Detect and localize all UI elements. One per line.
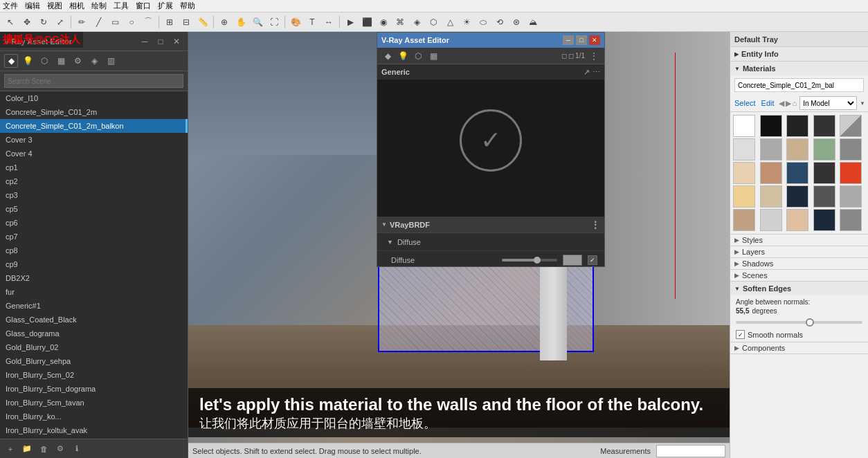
material-thumbnail-11[interactable] [760, 162, 782, 184]
material-thumbnail-16[interactable] [760, 185, 782, 208]
material-list-item[interactable]: Color_l10 [0, 91, 188, 105]
menu-bang[interactable]: 帮助 [180, 1, 195, 11]
toolbar-text[interactable]: T [305, 15, 320, 30]
menu-shi[interactable]: 视图 [47, 1, 62, 11]
vrdf-menu-icon[interactable]: ⋮ [590, 219, 600, 230]
material-thumbnail-13[interactable] [813, 162, 835, 184]
toolbar-push[interactable]: ⊞ [162, 15, 177, 30]
layers-label[interactable]: Layers [742, 248, 864, 256]
toolbar-line[interactable]: ╱ [91, 15, 106, 30]
toolbar-measure[interactable]: 📏 [195, 15, 210, 30]
material-list-item[interactable]: cp6 [0, 216, 188, 230]
material-thumbnail-3[interactable] [813, 115, 835, 137]
delete-icon[interactable]: 🗑 [37, 443, 50, 455]
toolbar-vray10[interactable]: ⟲ [492, 15, 507, 30]
diffuse-slider[interactable] [502, 259, 557, 262]
material-thumbnail-17[interactable] [786, 185, 808, 208]
toolbar-scale[interactable]: ⤢ [53, 15, 68, 30]
toolbar-vray12[interactable]: ⛰ [525, 15, 541, 30]
material-thumbnail-15[interactable] [733, 185, 755, 208]
folder-icon[interactable]: 📁 [21, 443, 33, 455]
material-thumbnail-14[interactable] [840, 162, 862, 184]
diffuse-slider-thumb[interactable] [534, 257, 541, 264]
toolbar-move[interactable]: ✥ [19, 15, 35, 30]
toolbar-paint[interactable]: 🎨 [288, 15, 303, 30]
material-list-item[interactable]: Iron_Blurry_5cm_dograma [0, 382, 188, 396]
select-btn[interactable]: Select [733, 99, 757, 107]
vrdf-section-header[interactable]: ▼ VRayBRDF ⋮ [377, 217, 604, 233]
material-thumbnail-12[interactable] [786, 162, 808, 184]
material-thumbnail-6[interactable] [760, 138, 782, 161]
entity-info-header[interactable]: ▶ Entity Info [730, 47, 868, 61]
material-list-item[interactable]: cp9 [0, 257, 188, 271]
toolbar-vray3[interactable]: ◉ [376, 15, 391, 30]
menu-wen[interactable]: 文件 [3, 1, 18, 11]
close-icon[interactable]: ✕ [170, 35, 183, 48]
preview-tb-expand[interactable]: ↗ [584, 68, 590, 77]
geometry-icon[interactable]: ⬡ [37, 54, 51, 68]
measurements-input[interactable] [656, 445, 725, 457]
components-label[interactable]: Components [742, 344, 864, 352]
material-thumbnail-8[interactable] [813, 138, 835, 161]
diffuse-color-swatch[interactable] [563, 255, 582, 266]
material-thumbnail-7[interactable] [786, 138, 808, 161]
toolbar-vray2[interactable]: ⬛ [359, 15, 374, 30]
material-list-item[interactable]: cp1 [0, 161, 188, 174]
menu-hui[interactable]: 绘制 [91, 1, 107, 11]
vray-tb-icon2[interactable]: 💡 [397, 50, 409, 62]
settings-gear-icon[interactable]: ⚙ [71, 54, 84, 68]
vray-tb-icon5[interactable]: ◻ [561, 52, 567, 59]
vray-tb-icon3[interactable]: ⬡ [412, 50, 424, 62]
material-list-item[interactable]: Concrete_Simple_C01_2m_balkon [0, 119, 188, 133]
material-search-input[interactable] [734, 78, 864, 92]
materials-icon[interactable]: ◆ [4, 54, 18, 68]
material-list-item[interactable]: Glass_Coated_Black [0, 313, 188, 327]
soften-edges-header[interactable]: ▼ Soften Edges [730, 282, 868, 295]
material-list-item[interactable]: Generic#1 [0, 299, 188, 313]
vray-tb-icon1[interactable]: ◆ [381, 50, 394, 62]
menu-xiang[interactable]: 相机 [69, 1, 84, 11]
material-list-item[interactable]: DB2X2 [0, 271, 188, 285]
settings-icon[interactable]: ⚙ [54, 443, 66, 455]
material-thumbnail-0[interactable] [733, 115, 755, 137]
search-input[interactable] [4, 74, 183, 88]
render-icon[interactable]: ▦ [54, 54, 68, 68]
vray-close-btn[interactable]: ✕ [589, 35, 600, 45]
scenes-label[interactable]: Scenes [742, 271, 864, 280]
material-thumbnail-9[interactable] [840, 138, 862, 161]
menu-bian[interactable]: 编辑 [25, 1, 40, 11]
toolbar-dim[interactable]: ↔ [321, 15, 336, 30]
material-thumbnail-5[interactable] [733, 138, 755, 161]
material-list-item[interactable]: fur [0, 285, 188, 299]
diffuse-checkbox[interactable]: ✓ [588, 255, 597, 265]
diffuse-section-row[interactable]: ▼ Diffuse [377, 233, 604, 251]
material-thumbnail-1[interactable] [760, 115, 782, 137]
material-thumbnail-4[interactable] [840, 115, 862, 137]
material-thumbnail-22[interactable] [786, 209, 808, 231]
material-list-item[interactable]: cp2 [0, 174, 188, 188]
preview-tb-collapse[interactable]: ⋯ [593, 68, 600, 77]
material-list-item[interactable]: Iron_Blurry_5cm_tavan [0, 396, 188, 410]
toolbar-rect[interactable]: ▭ [107, 15, 123, 30]
toolbar-pan[interactable]: ✋ [233, 15, 248, 30]
vray-tb-more[interactable]: ⋮ [588, 50, 600, 62]
toolbar-rotate[interactable]: ↻ [36, 15, 51, 30]
material-list-item[interactable]: Cover 4 [0, 147, 188, 161]
toolbar-circle[interactable]: ○ [124, 15, 139, 30]
toolbar-arc[interactable]: ⌒ [141, 15, 156, 30]
toolbar-pencil[interactable]: ✏ [74, 15, 89, 30]
vray-tb-icon6[interactable]: ◻ [568, 52, 574, 59]
material-list-item[interactable]: Iron_Blurry_koltuk_avak [0, 423, 188, 437]
light-icon[interactable]: 💡 [21, 54, 35, 68]
nav-left-icon[interactable]: ◀ [779, 99, 784, 108]
nav-right-icon[interactable]: ▶ [786, 99, 791, 108]
home-icon[interactable]: ⌂ [793, 99, 797, 107]
material-list-item[interactable]: Cover 3 [0, 133, 188, 147]
toolbar-vray6[interactable]: ⬡ [426, 15, 441, 30]
material-thumbnail-2[interactable] [786, 115, 808, 137]
toolbar-vray4[interactable]: ⌘ [392, 15, 408, 30]
menu-chuang[interactable]: 窗口 [136, 1, 151, 11]
soften-slider[interactable] [736, 318, 862, 327]
maximize-icon[interactable]: □ [154, 35, 168, 48]
toolbar-vray8[interactable]: ☀ [459, 15, 474, 30]
